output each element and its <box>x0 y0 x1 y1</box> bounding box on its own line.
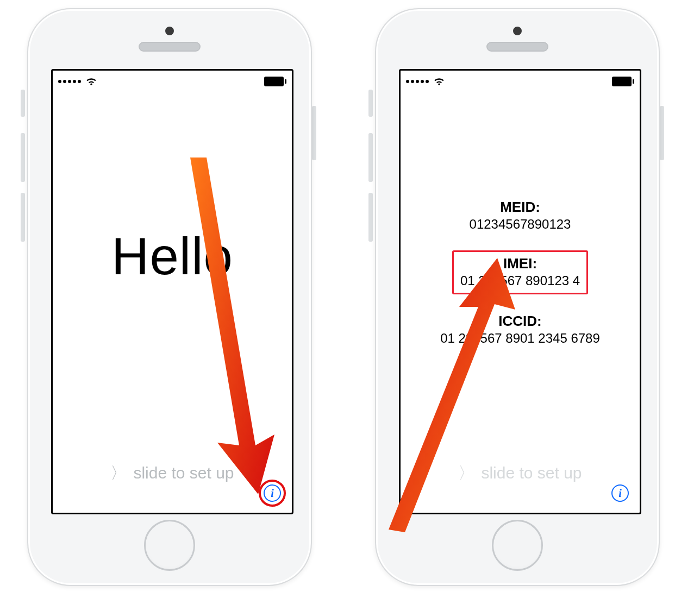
imei-label: IMEI: <box>460 255 580 272</box>
meid-value: 01234567890123 <box>401 217 640 232</box>
iccid-block: ICCID: 01 234567 8901 2345 6789 <box>401 313 640 346</box>
front-camera <box>513 27 522 35</box>
phone-body: MEID: 01234567890123 IMEI: 01 234567 890… <box>375 8 660 586</box>
info-icon: i <box>611 484 629 502</box>
wifi-icon <box>85 77 97 86</box>
volume-down-button <box>21 193 25 242</box>
phone-body: Hello 〉slide to set up i <box>27 8 312 586</box>
power-button <box>660 106 664 160</box>
imei-value: 01 234567 890123 4 <box>460 273 580 288</box>
slide-label: slide to set up <box>481 464 582 482</box>
imei-block: IMEI: 01 234567 890123 4 <box>401 250 640 294</box>
mute-switch <box>368 90 373 117</box>
battery-icon <box>612 77 634 86</box>
meid-label: MEID: <box>401 199 640 216</box>
cellular-signal-icon <box>58 80 81 83</box>
chevron-right-icon: 〉 <box>110 464 127 482</box>
chevron-right-icon: 〉 <box>458 464 474 482</box>
volume-down-button <box>368 193 373 242</box>
earpiece-speaker <box>486 42 548 52</box>
battery-icon <box>264 77 286 86</box>
front-camera <box>165 27 174 35</box>
annotation-circle <box>259 480 286 507</box>
iccid-value: 01 234567 8901 2345 6789 <box>401 331 640 346</box>
power-button <box>312 106 316 160</box>
info-button[interactable]: i <box>260 481 284 505</box>
hello-text: Hello <box>111 226 233 286</box>
volume-up-button <box>21 133 25 182</box>
status-bar <box>401 71 640 89</box>
home-button[interactable] <box>144 520 195 571</box>
imei-highlight-box: IMEI: 01 234567 890123 4 <box>452 250 588 294</box>
cellular-signal-icon <box>406 80 429 83</box>
screen-left: Hello 〉slide to set up i <box>51 69 293 514</box>
home-button[interactable] <box>492 520 543 571</box>
phone-right: MEID: 01234567890123 IMEI: 01 234567 890… <box>370 8 663 584</box>
slide-to-setup[interactable]: 〉slide to set up <box>53 462 292 484</box>
meid-block: MEID: 01234567890123 <box>401 199 640 232</box>
info-button[interactable]: i <box>608 481 632 505</box>
mute-switch <box>21 90 25 117</box>
slide-label: slide to set up <box>133 464 234 482</box>
phone-left: Hello 〉slide to set up i <box>22 8 315 584</box>
volume-up-button <box>368 133 373 182</box>
screen-right: MEID: 01234567890123 IMEI: 01 234567 890… <box>399 69 641 514</box>
earpiece-speaker <box>139 42 201 52</box>
iccid-label: ICCID: <box>401 313 640 330</box>
status-bar <box>53 71 292 89</box>
device-info-list: MEID: 01234567890123 IMEI: 01 234567 890… <box>401 199 640 364</box>
wifi-icon <box>433 77 445 86</box>
slide-to-setup[interactable]: 〉slide to set up <box>401 462 640 484</box>
